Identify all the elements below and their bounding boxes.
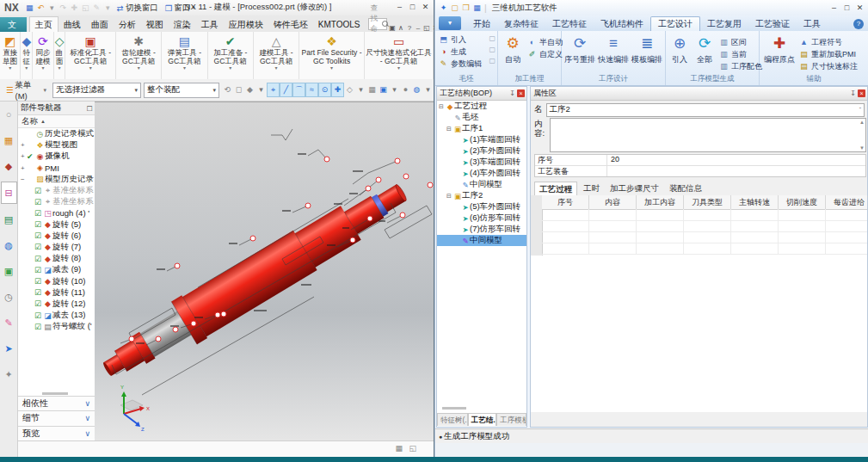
snap-toolbar-icon[interactable]: ▾ <box>389 83 400 96</box>
ribbon-tab[interactable]: 视图 <box>141 17 169 32</box>
table-cell[interactable] <box>684 209 731 220</box>
table-header-cell[interactable]: 每齿进给 <box>826 195 867 209</box>
pin-icon[interactable]: ↧ <box>509 89 515 97</box>
table-cell[interactable] <box>779 243 826 254</box>
checkbox-icon[interactable]: ☑ <box>34 255 43 263</box>
snap-toolbar-icon[interactable]: ◆ <box>244 83 255 96</box>
tree-item[interactable]: + ◈ PMI <box>18 163 95 174</box>
close-panel-icon[interactable]: × <box>517 89 525 97</box>
scroll-down-icon[interactable]: ▼ <box>859 145 865 151</box>
checkbox-icon[interactable]: ☑ <box>34 187 43 195</box>
resource-bar-icon[interactable]: ▤ <box>2 209 16 230</box>
cam-ribbon-tab[interactable]: 工艺复用 <box>700 17 748 31</box>
ribbon-big-button[interactable]: ⟳ 全部 <box>693 34 717 65</box>
snap-toolbar-icon[interactable]: ⌒ <box>292 83 305 97</box>
ribbon-group-button[interactable]: ◆ 特征 ▾ <box>21 32 33 79</box>
table-cell[interactable] <box>637 209 684 220</box>
ribbon-small-button[interactable]: ◐半自动 <box>527 36 563 48</box>
resource-bar-icon[interactable]: ◍ <box>2 235 16 256</box>
expand-icon[interactable]: ⊟ <box>439 103 446 110</box>
dropdown-icon[interactable]: ▾ <box>330 65 333 71</box>
table-cell[interactable] <box>826 209 867 220</box>
ribbon-corner-icon[interactable]: ? <box>405 24 414 32</box>
checkbox-icon[interactable]: ☑ <box>34 277 43 286</box>
properties-tab[interactable]: 装配信息 <box>665 182 706 194</box>
cam-ribbon-tab[interactable]: 飞机结构件 <box>594 17 650 31</box>
ribbon-group-button[interactable]: ▣ 标准化工具 - GC工具箱 ▾ <box>65 32 116 79</box>
tree-item[interactable]: ☑ ◳ rough (4) ' <box>18 207 95 219</box>
bop-tree-item[interactable]: ⊟ ◆ 工艺过程 <box>437 101 526 112</box>
resource-bar-icon[interactable]: ⊟ <box>1 182 17 204</box>
dropdown-icon[interactable]: ▾ <box>397 65 400 71</box>
bop-tree-item[interactable]: ➤ (1)车端面回转 <box>437 134 526 145</box>
ribbon-corner-icon[interactable]: ∧ <box>397 24 405 32</box>
snap-toolbar-icon[interactable]: ▣ <box>378 83 389 96</box>
menu-button[interactable]: ☰ 菜单(M) ▾ <box>3 83 50 97</box>
table-row[interactable] <box>542 243 867 255</box>
table-cell[interactable] <box>637 243 684 254</box>
ribbon-group-button[interactable]: ◇ 曲面 ▾ <box>54 32 66 79</box>
ribbon-tab[interactable]: 工具 <box>196 17 224 32</box>
table-header-cell[interactable]: 刀具类型 <box>684 195 731 209</box>
status-icon-1[interactable]: ▦ <box>395 444 403 453</box>
table-cell[interactable] <box>589 243 637 254</box>
ribbon-small-button[interactable]: ▤尺寸快速标注 <box>799 60 858 72</box>
ribbon-tab[interactable]: 曲线 <box>58 17 86 32</box>
ribbon-group-button[interactable]: ❖ Part File Security - GC Toolkits ▾ <box>299 32 365 79</box>
table-cell[interactable] <box>637 220 684 231</box>
ribbon-corner-icon[interactable]: ▣ <box>388 24 397 32</box>
table-cell[interactable] <box>684 220 731 231</box>
minimize-button[interactable]: – <box>828 2 840 14</box>
ribbon-tab[interactable]: 渲染 <box>169 17 196 32</box>
dropdown-icon[interactable]: ▾ <box>41 65 44 71</box>
bop-bottom-tab[interactable]: 特征树(... <box>437 413 468 426</box>
ribbon-small-button[interactable]: ▥当前 <box>719 48 762 60</box>
quick-access-icon[interactable]: ↷ <box>58 3 69 12</box>
table-cell[interactable] <box>589 209 637 220</box>
table-header-cell[interactable]: 主轴转速 <box>731 195 779 209</box>
auto-button[interactable]: ⚙ 自动 <box>499 34 526 65</box>
table-header-cell[interactable]: 内容 <box>589 195 637 209</box>
switch-window-button[interactable]: ⇄ 切换窗口 <box>114 1 162 15</box>
attribute-row[interactable]: 序号 20 <box>535 155 865 166</box>
dropdown-icon[interactable]: ▾ <box>9 65 11 71</box>
bop-tree-item[interactable]: ➤ (3)车端面回转 <box>437 157 526 168</box>
titlebar-icon[interactable]: ▢ <box>449 3 460 12</box>
tree-item[interactable]: ☑ ⌖ 基准坐标系 <box>18 196 95 207</box>
tree-item[interactable]: ☑ ◆ 旋转 (11) <box>18 287 95 299</box>
close-button[interactable]: ✕ <box>419 1 432 13</box>
ribbon-tab[interactable]: 曲面 <box>86 17 114 32</box>
expand-icon[interactable]: ⊟ <box>446 193 453 200</box>
expand-icon[interactable]: + <box>21 141 27 149</box>
snap-toolbar-icon[interactable]: ◍ <box>411 83 422 96</box>
tree-item[interactable]: ☑ ◪ 减去 (9) <box>18 264 95 275</box>
snap-toolbar-icon[interactable]: ● <box>400 83 411 96</box>
expand-icon[interactable]: − <box>21 176 27 183</box>
ribbon-corner-icon[interactable]: – <box>414 24 422 32</box>
table-cell[interactable] <box>826 231 867 243</box>
bop-tree-item[interactable]: ➤ (5)车外圆回转 <box>437 201 526 213</box>
ribbon-tab[interactable]: 分析 <box>114 17 141 32</box>
resource-bar-icon[interactable]: ✎ <box>2 312 16 333</box>
tree-item[interactable]: + ✔ ◉ 摄像机 <box>18 151 95 162</box>
tree-item[interactable]: ☑ ◆ 旋转 (10) <box>18 275 95 286</box>
resource-bar-icon[interactable]: ▣ <box>2 261 16 281</box>
checkbox-icon[interactable]: ✔ <box>27 152 35 161</box>
ribbon-small-button[interactable]: ▥工序配色 <box>719 60 762 72</box>
dropdown-icon[interactable]: ▾ <box>25 65 28 71</box>
selection-filter-combo[interactable]: 无选择过滤器 ▾ <box>52 83 141 98</box>
ribbon-group-button[interactable]: ✔ 加工准备 - GC工具箱 ▾ <box>208 32 254 79</box>
snap-toolbar-icon[interactable]: ▾ <box>422 83 434 96</box>
table-header-cell[interactable]: 切削速度 <box>779 195 826 209</box>
close-button[interactable]: ✕ <box>853 2 866 14</box>
tree-item[interactable]: ☑ ▤ 符号螺纹 (' <box>18 321 95 332</box>
dropdown-icon[interactable]: ▾ <box>138 65 140 71</box>
ribbon-tab[interactable]: KMTOOLS <box>313 17 366 32</box>
ribbon-big-button[interactable]: ≣ 模板编排 <box>631 34 663 65</box>
cam-ribbon-tab[interactable]: 复杂特征 <box>497 17 545 31</box>
table-cell[interactable] <box>542 220 589 231</box>
checkbox-icon[interactable]: ☑ <box>34 299 43 308</box>
resource-bar-icon[interactable]: ✦ <box>2 364 16 385</box>
properties-tab[interactable]: 加工步骤尺寸 <box>606 182 663 194</box>
resource-bar-icon[interactable]: ◆ <box>2 156 16 176</box>
